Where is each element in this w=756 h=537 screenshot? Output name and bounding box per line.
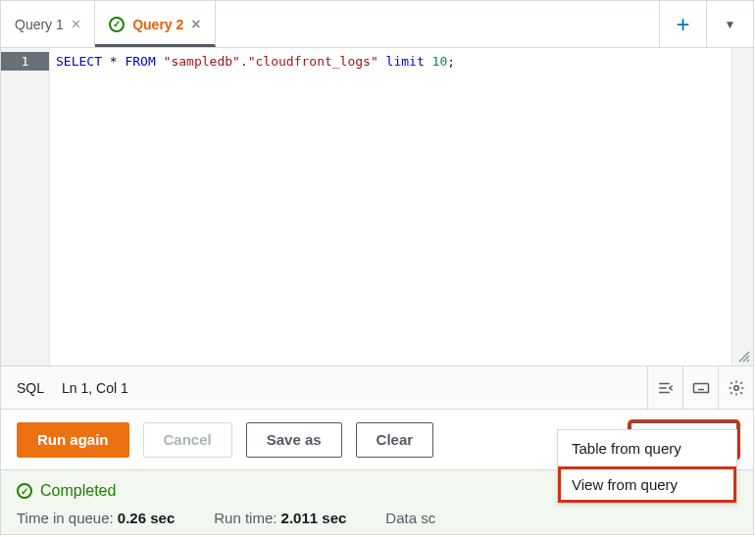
clear-button[interactable]: Clear xyxy=(356,422,434,458)
tab-bar: Query 1 × Query 2 × + ▼ xyxy=(1,1,753,48)
check-icon xyxy=(17,483,32,499)
settings-icon[interactable] xyxy=(718,366,753,409)
scrollbar[interactable] xyxy=(731,48,753,366)
tab-query-2[interactable]: Query 2 × xyxy=(95,1,215,47)
svg-point-1 xyxy=(733,385,738,390)
tab-label: Query 2 xyxy=(132,17,183,32)
run-time: Run time: 2.011 sec xyxy=(214,510,346,526)
create-dropdown: Table from query View from query xyxy=(557,429,737,504)
close-icon[interactable]: × xyxy=(191,17,200,32)
tab-query-1[interactable]: Query 1 × xyxy=(1,1,95,47)
code-area[interactable]: SELECT * FROM "sampledb"."cloudfront_log… xyxy=(50,48,753,366)
new-tab-button[interactable]: + xyxy=(659,1,706,47)
tab-menu-button[interactable]: ▼ xyxy=(706,1,753,47)
keyboard-icon[interactable] xyxy=(682,366,718,409)
status-text: Completed xyxy=(40,482,116,500)
check-icon xyxy=(109,17,125,32)
tab-label: Query 1 xyxy=(15,17,64,32)
line-number: 1 xyxy=(1,52,49,71)
menu-view-from-query[interactable]: View from query xyxy=(558,466,736,503)
svg-rect-0 xyxy=(693,383,708,392)
format-icon[interactable] xyxy=(647,366,682,409)
queue-time: Time in queue: 0.26 sec xyxy=(17,510,175,526)
results-meta: Time in queue: 0.26 sec Run time: 2.011 … xyxy=(17,510,737,526)
menu-table-from-query[interactable]: Table from query xyxy=(558,430,736,466)
close-icon[interactable]: × xyxy=(72,17,80,32)
editor-status-bar: SQL Ln 1, Col 1 xyxy=(1,366,753,409)
cancel-button: Cancel xyxy=(143,422,232,458)
save-as-button[interactable]: Save as xyxy=(246,422,342,458)
sql-editor[interactable]: 1 SELECT * FROM "sampledb"."cloudfront_l… xyxy=(1,48,753,366)
language-label: SQL xyxy=(17,380,44,396)
line-gutter: 1 xyxy=(1,48,50,366)
data-scanned: Data sc xyxy=(385,510,435,526)
cursor-position: Ln 1, Col 1 xyxy=(62,380,128,396)
run-again-button[interactable]: Run again xyxy=(17,422,129,458)
resize-handle-icon[interactable] xyxy=(737,350,751,364)
